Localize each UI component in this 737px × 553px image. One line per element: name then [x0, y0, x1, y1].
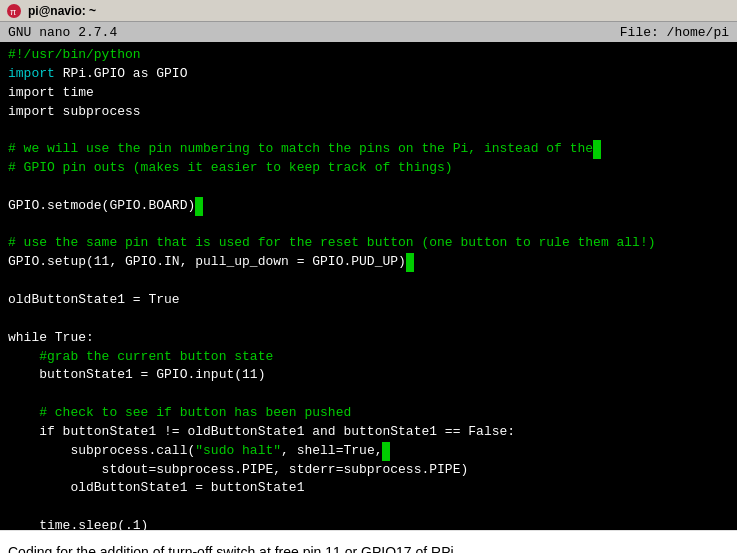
code-line-15	[8, 310, 729, 329]
nano-title-right: File: /home/pi	[620, 25, 729, 40]
editor-area[interactable]: #!/usr/bin/python import RPi.GPIO as GPI…	[0, 42, 737, 530]
code-line-1: #!/usr/bin/python	[8, 46, 729, 65]
code-line-6: # we will use the pin numbering to match…	[8, 140, 729, 159]
code-line-23: stdout=subprocess.PIPE, stderr=subproces…	[8, 461, 729, 480]
code-line-8	[8, 178, 729, 197]
code-line-7: # GPIO pin outs (makes it easier to keep…	[8, 159, 729, 178]
caption-rpi: RPi	[431, 544, 454, 553]
code-line-11: # use the same pin that is used for the …	[8, 234, 729, 253]
nano-title-left: GNU nano 2.7.4	[8, 25, 117, 40]
code-line-5	[8, 121, 729, 140]
code-line-26: time.sleep(.1)	[8, 517, 729, 530]
code-line-13	[8, 272, 729, 291]
code-line-9: GPIO.setmode(GPIO.BOARD)	[8, 197, 729, 216]
code-line-22: subprocess.call("sudo halt", shell=True,	[8, 442, 729, 461]
code-line-24: oldButtonState1 = buttonState1	[8, 479, 729, 498]
code-line-3: import time	[8, 84, 729, 103]
code-line-14: oldButtonState1 = True	[8, 291, 729, 310]
title-bar: π pi@navio: ~	[0, 0, 737, 22]
code-line-10	[8, 216, 729, 235]
code-line-20: # check to see if button has been pushed	[8, 404, 729, 423]
code-line-19	[8, 385, 729, 404]
code-line-4: import subprocess	[8, 103, 729, 122]
code-line-18: buttonState1 = GPIO.input(11)	[8, 366, 729, 385]
code-line-25	[8, 498, 729, 517]
code-line-17: #grab the current button state	[8, 348, 729, 367]
nano-topbar: GNU nano 2.7.4 File: /home/pi	[0, 22, 737, 42]
caption-text: Coding for the addition of turn-off swit…	[8, 544, 454, 553]
title-bar-text: pi@navio: ~	[28, 4, 96, 18]
caption-area: Coding for the addition of turn-off swit…	[0, 530, 737, 553]
code-line-21: if buttonState1 != oldButtonState1 and b…	[8, 423, 729, 442]
code-line-16: while True:	[8, 329, 729, 348]
code-line-2: import RPi.GPIO as GPIO	[8, 65, 729, 84]
svg-text:π: π	[10, 7, 16, 17]
code-line-12: GPIO.setup(11, GPIO.IN, pull_up_down = G…	[8, 253, 729, 272]
title-bar-icon: π	[6, 3, 22, 19]
